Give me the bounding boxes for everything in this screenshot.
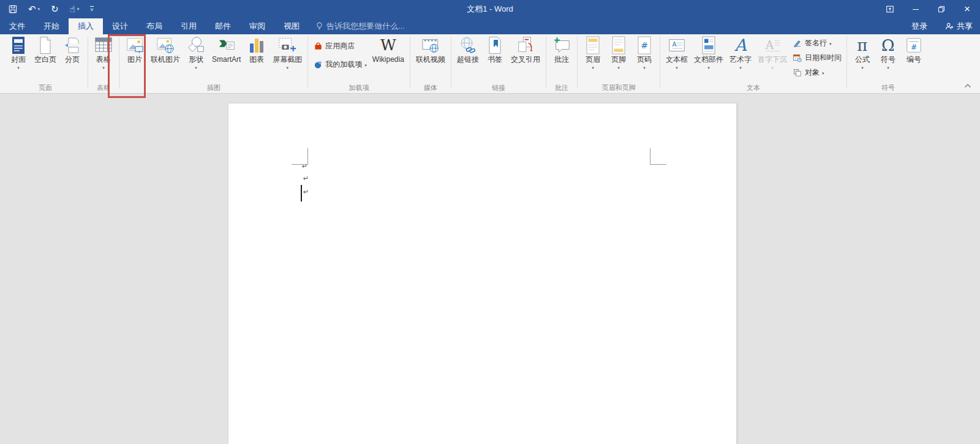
symbol-label: 符号 [881, 55, 895, 64]
footer-icon [609, 36, 628, 55]
window-controls: × [877, 0, 980, 18]
wordart-button[interactable]: A 艺术字 ▾ [726, 34, 755, 70]
customize-qat-button[interactable]: ˅ [90, 6, 93, 12]
equation-dropdown-caret-icon[interactable]: ▾ [861, 65, 864, 70]
signature-line-dropdown-caret-icon[interactable]: ▾ [829, 41, 832, 47]
ribbon-tab-bar: 文件 开始 插入 设计 布局 引用 邮件 审阅 视图 告诉我您想要做什么... … [0, 18, 980, 34]
svg-text:A: A [765, 39, 774, 51]
footer-button[interactable]: 页脚 ▾ [606, 34, 631, 70]
store-button[interactable]: 应用商店 [313, 41, 367, 51]
drop-cap-button[interactable]: A 首字下沉 ▾ [755, 34, 790, 70]
tab-view[interactable]: 视图 [274, 18, 309, 34]
chart-button[interactable]: 图表 [244, 34, 270, 64]
smartart-button[interactable]: SmartArt [209, 34, 244, 64]
restore-button[interactable] [929, 0, 954, 18]
hyperlink-button[interactable]: 超链接 [454, 34, 482, 64]
cross-reference-button[interactable]: 交叉引用 [508, 34, 543, 64]
online-video-label: 联机视频 [416, 55, 445, 64]
minimize-icon [913, 9, 919, 10]
touch-mouse-mode-button[interactable]: ☝ ▾ [70, 4, 80, 15]
ribbon-display-options-button[interactable] [877, 0, 903, 18]
my-addins-dropdown-caret-icon[interactable]: ▾ [364, 62, 367, 68]
svg-text:#: # [641, 40, 648, 50]
cross-reference-label: 交叉引用 [511, 55, 540, 64]
cross-reference-icon [516, 36, 535, 55]
quick-parts-dropdown-caret-icon[interactable]: ▾ [707, 65, 710, 70]
comment-button[interactable]: 批注 [549, 34, 575, 64]
group-label-links: 链接 [454, 83, 543, 93]
blank-page-icon [36, 36, 55, 55]
collapse-ribbon-button[interactable] [964, 80, 971, 91]
shapes-dropdown-caret-icon[interactable]: ▾ [195, 65, 197, 70]
document-page[interactable]: ↵ ↵ ↵ [228, 103, 737, 444]
symbol-dropdown-caret-icon[interactable]: ▾ [887, 65, 889, 70]
svg-text:A: A [672, 40, 676, 48]
quick-parts-button[interactable]: 文档部件 ▾ [691, 34, 726, 70]
tab-home[interactable]: 开始 [34, 18, 69, 34]
shapes-icon [187, 36, 205, 55]
tab-insert[interactable]: 插入 [69, 18, 103, 34]
redo-button[interactable]: ↻ [51, 4, 59, 15]
pictures-label: 图片 [127, 55, 142, 64]
table-label: 表格 [96, 55, 111, 64]
shapes-button[interactable]: 形状 ▾ [183, 34, 209, 70]
equation-button[interactable]: π 公式 ▾ [850, 34, 875, 70]
my-addins-button[interactable]: 我的加载项 ▾ [313, 59, 367, 70]
redo-icon: ↻ [51, 4, 59, 15]
table-icon [94, 36, 113, 55]
symbol-button[interactable]: Ω 符号 ▾ [875, 34, 901, 70]
tell-me-box[interactable]: 告诉我您想要做什么... [309, 18, 412, 34]
wordart-dropdown-caret-icon[interactable]: ▾ [739, 65, 742, 70]
my-addins-icon [313, 60, 323, 70]
save-button[interactable] [9, 5, 17, 13]
number-button[interactable]: # 编号 [901, 34, 927, 64]
page-break-button[interactable]: 分页 [59, 34, 85, 64]
cover-page-dropdown-caret-icon[interactable]: ▾ [17, 65, 20, 70]
date-time-button[interactable]: 日期和时间 [793, 53, 842, 63]
object-button[interactable]: 对象 ▾ [793, 67, 842, 78]
svg-text:#: # [911, 43, 917, 51]
tab-design[interactable]: 设计 [103, 18, 137, 34]
tab-layout[interactable]: 布局 [137, 18, 172, 34]
text-cursor [301, 185, 302, 201]
tab-references[interactable]: 引用 [172, 18, 206, 34]
text-box-dropdown-caret-icon[interactable]: ▾ [676, 65, 678, 70]
group-divider [451, 37, 451, 88]
document-area[interactable]: ↵ ↵ ↵ [0, 94, 980, 444]
cover-page-button[interactable]: 封面 ▾ [6, 34, 31, 70]
pictures-button[interactable]: 图片 [122, 34, 148, 64]
tab-file[interactable]: 文件 [0, 18, 34, 34]
page-break-icon [63, 36, 81, 55]
table-dropdown-caret-icon[interactable]: ▾ [102, 65, 105, 70]
tell-me-placeholder: 告诉我您想要做什么... [326, 21, 405, 32]
close-button[interactable]: × [954, 0, 980, 18]
object-dropdown-caret-icon[interactable]: ▾ [822, 70, 824, 76]
page-number-dropdown-caret-icon[interactable]: ▾ [643, 65, 646, 70]
comment-icon [552, 36, 571, 55]
screenshot-button[interactable]: 屏幕截图 ▾ [270, 34, 305, 70]
wikipedia-button[interactable]: W Wikipedia [369, 34, 407, 64]
undo-button[interactable]: ↶ ▾ [28, 4, 40, 15]
header-dropdown-caret-icon[interactable]: ▾ [592, 65, 594, 70]
signature-line-button[interactable]: 签名行 ▾ [793, 38, 842, 48]
undo-icon: ↶ [28, 4, 36, 15]
text-box-button[interactable]: A 文本框 ▾ [663, 34, 691, 70]
online-pictures-button[interactable]: 联机图片 [148, 34, 183, 64]
tab-mailings[interactable]: 邮件 [206, 18, 240, 34]
chart-icon [247, 36, 266, 55]
page-number-button[interactable]: # 页码 ▾ [631, 34, 657, 70]
header-button[interactable]: 页眉 ▾ [580, 34, 606, 70]
touch-mode-dropdown-caret-icon[interactable]: ▾ [77, 7, 80, 12]
minimize-button[interactable] [903, 0, 929, 18]
online-video-button[interactable]: 联机视频 [413, 34, 448, 64]
undo-dropdown-caret-icon[interactable]: ▾ [38, 7, 40, 12]
blank-page-button[interactable]: 空白页 [31, 34, 59, 64]
tab-review[interactable]: 审阅 [240, 18, 274, 34]
bookmark-button[interactable]: 书签 [482, 34, 508, 64]
group-divider [546, 37, 546, 88]
sign-in-button[interactable]: 登录 [904, 21, 935, 32]
screenshot-dropdown-caret-icon[interactable]: ▾ [287, 65, 289, 70]
footer-dropdown-caret-icon[interactable]: ▾ [617, 65, 620, 70]
table-button[interactable]: 表格 ▾ [91, 34, 116, 70]
share-button[interactable]: 共享 [937, 21, 980, 32]
